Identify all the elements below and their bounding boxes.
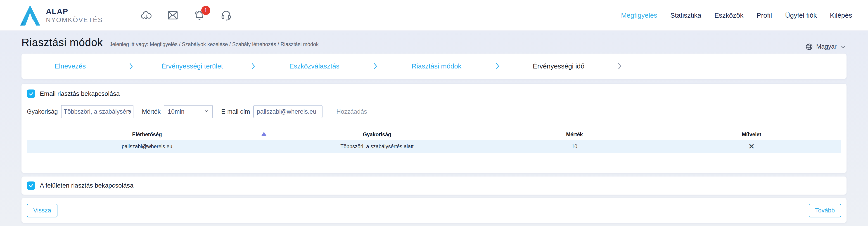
email-alert-checkbox[interactable] [27, 90, 35, 98]
page-title: Riasztási módok [22, 36, 103, 49]
logo-text: ALAP NYOMKÖVETÉS [46, 7, 103, 24]
measure-select-value: 10min [166, 108, 185, 115]
add-email-button[interactable]: Hozzáadás [337, 108, 367, 115]
title-row: Riasztási módok Jelenleg itt vagy: Megfi… [22, 31, 846, 51]
app-logo[interactable]: ALAP NYOMKÖVETÉS [19, 4, 103, 26]
check-icon [29, 91, 34, 97]
step-ervenyessegi-ido[interactable]: Érvényességi idő [515, 62, 603, 70]
table-header-row: Elérhetőség Gyakoriság Mérték Művelet [27, 129, 841, 140]
sort-asc-icon[interactable] [261, 132, 267, 136]
nav-eszkozok[interactable]: Eszközök [714, 11, 743, 19]
col-header-availability[interactable]: Elérhetőség [27, 129, 267, 140]
step-chevron-icon [603, 63, 637, 70]
frequency-label: Gyakoriság [27, 108, 58, 115]
globe-icon [805, 43, 813, 51]
delete-row-icon[interactable]: ✕ [749, 143, 755, 150]
col-header-frequency[interactable]: Gyakoriság [267, 129, 487, 140]
notification-badge: 1 [201, 6, 210, 15]
email-alert-toggle-row: Email riasztás bekapcsolása [27, 90, 841, 98]
step-ervenyessegi-terulet[interactable]: Érvényességi terület [148, 62, 236, 70]
email-alerts-table: Elérhetőség Gyakoriság Mérték Művelet pa… [27, 129, 841, 153]
mail-icon[interactable] [167, 9, 179, 21]
logo-line1: ALAP [46, 7, 103, 16]
step-chevron-icon [480, 63, 515, 70]
measure-select[interactable]: 10min [164, 105, 213, 118]
nav-megfigyeles[interactable]: Megfigyelés [621, 11, 657, 19]
notifications-bell-icon[interactable]: 1 [194, 9, 205, 21]
ui-alert-checkbox-label: A felületen riasztás bekapcsolása [40, 182, 133, 189]
cloud-download-icon[interactable] [140, 9, 152, 21]
select-caret-icon [127, 108, 132, 115]
language-selector[interactable]: Magyar [805, 43, 846, 51]
logo-line2: NYOMKÖVETÉS [46, 16, 103, 24]
email-alert-form: Gyakoriság Többszöri, a szabálysértés al… [27, 105, 841, 118]
language-label: Magyar [816, 43, 837, 50]
back-button[interactable]: Vissza [27, 204, 57, 218]
table-row: pallszabi@whereis.eu Többszöri, a szabál… [27, 140, 841, 153]
header-icons: 1 [140, 9, 232, 21]
wizard-footer: Vissza Tovább [22, 198, 846, 223]
email-alert-section: Email riasztás bekapcsolása Gyakoriság T… [22, 84, 846, 173]
breadcrumb: Jelenleg itt vagy: Megfigyelés / Szabály… [110, 41, 319, 47]
col-header-measure[interactable]: Mérték [487, 129, 662, 140]
frequency-select-value: Többszöri, a szabálysértés alatt [64, 108, 131, 115]
ui-alert-section: A felületen riasztás bekapcsolása [22, 176, 846, 195]
ui-alert-toggle-row: A felületen riasztás bekapcsolása [27, 182, 133, 190]
alap-logo-icon [19, 4, 41, 26]
top-nav: Megfigyelés Statisztika Eszközök Profil … [621, 11, 852, 19]
step-elnevezes[interactable]: Elnevezés [26, 62, 114, 70]
support-headset-icon[interactable] [220, 9, 232, 21]
ui-alert-checkbox[interactable] [27, 182, 35, 190]
email-input[interactable] [253, 105, 322, 118]
nav-ugyfel-fiok[interactable]: Ügyfél fiók [785, 11, 817, 19]
app-header: ALAP NYOMKÖVETÉS 1 [0, 0, 868, 31]
next-button[interactable]: Tovább [809, 204, 841, 218]
col-header-action[interactable]: Művelet [662, 129, 841, 140]
email-label: E-mail cím [221, 108, 250, 115]
nav-statisztika[interactable]: Statisztika [670, 11, 701, 19]
frequency-select[interactable]: Többszöri, a szabálysértés alatt [61, 105, 133, 118]
chevron-down-icon [840, 43, 846, 50]
page-content: Riasztási módok Jelenleg itt vagy: Megfi… [0, 31, 868, 223]
cell-measure: 10 [487, 140, 662, 153]
step-riasztasi-modok[interactable]: Riasztási módok [393, 62, 480, 70]
cell-frequency: Többszöri, a szabálysértés alatt [267, 140, 487, 153]
check-icon [29, 183, 34, 188]
step-eszkozvalasztas[interactable]: Eszközválasztás [270, 62, 359, 70]
nav-profil[interactable]: Profil [756, 11, 772, 19]
wizard-stepper: Elnevezés Érvényességi terület Eszközvál… [22, 54, 846, 79]
cell-action: ✕ [662, 140, 841, 153]
measure-label: Mérték [142, 108, 161, 115]
step-chevron-icon [236, 63, 270, 70]
step-chevron-icon [114, 63, 148, 70]
select-caret-icon [204, 108, 209, 115]
email-alert-checkbox-label: Email riasztás bekapcsolása [40, 90, 120, 97]
step-chevron-icon [359, 63, 393, 70]
nav-kilepes[interactable]: Kilépés [830, 11, 852, 19]
cell-availability: pallszabi@whereis.eu [27, 140, 267, 153]
